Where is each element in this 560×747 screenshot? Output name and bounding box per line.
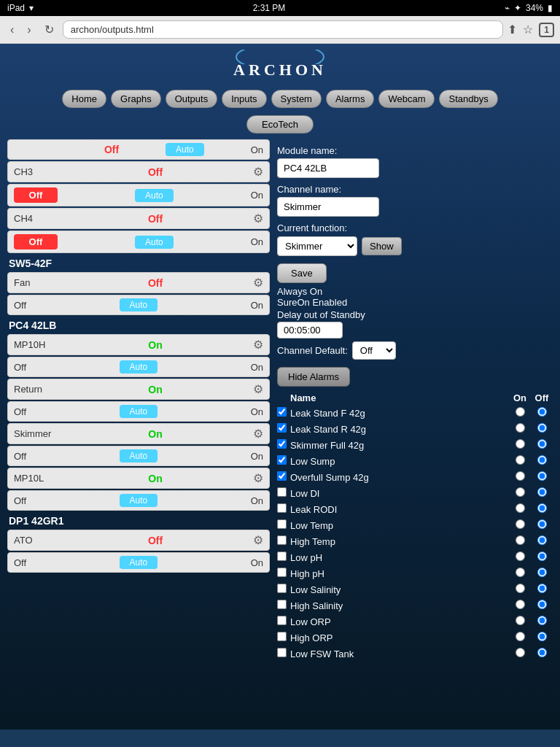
alarm-high-orp-off[interactable] [537, 632, 547, 641]
alarm-low-di-check[interactable] [277, 487, 287, 497]
alarm-low-temp-off[interactable] [537, 519, 547, 529]
alarm-high-temp-off[interactable] [537, 535, 547, 545]
ch4-row: CH4 Off ⚙ [7, 208, 270, 229]
share-icon[interactable]: ⬆ [508, 23, 517, 37]
back-button[interactable]: ‹ [6, 22, 18, 38]
nav-system[interactable]: System [271, 90, 322, 108]
nav-webcam[interactable]: Webcam [378, 90, 435, 108]
refresh-button[interactable]: ↻ [40, 21, 58, 38]
alarm-overfull-sump-on[interactable] [516, 471, 525, 481]
ch-top-1-on: On [251, 144, 263, 155]
alarm-leak-stand-r-on[interactable] [516, 423, 525, 433]
alarm-high-orp-on[interactable] [516, 632, 525, 641]
return-auto-btn[interactable]: Auto [120, 405, 158, 418]
nav-graphs[interactable]: Graphs [111, 90, 161, 108]
alarm-high-salinity-off[interactable] [537, 600, 547, 609]
ch3-on-label: On [251, 190, 263, 201]
return-row: Return On ⚙ [7, 379, 270, 400]
alarm-skimmer-full-off[interactable] [537, 439, 547, 449]
alarm-high-ph-off[interactable] [537, 568, 547, 577]
nav-outputs[interactable]: Outputs [166, 90, 218, 108]
alarm-overfull-sump-off[interactable] [537, 471, 547, 481]
ch3-auto-btn[interactable]: Auto [135, 189, 174, 202]
alarm-leak-stand-r-check[interactable] [277, 423, 287, 433]
ch3-gear[interactable]: ⚙ [253, 165, 263, 179]
skimmer-status: On [148, 428, 162, 440]
alarm-leak-stand-f-off[interactable] [537, 407, 547, 417]
hide-alarms-button[interactable]: Hide Alarms [277, 367, 350, 387]
nav-inputs[interactable]: Inputs [222, 90, 266, 108]
alarm-high-orp-check[interactable] [277, 632, 287, 641]
ch4-off-btn[interactable]: Off [14, 234, 58, 249]
ch4-ctrl: Off Auto On [7, 231, 270, 253]
alarm-skimmer-full-on[interactable] [516, 439, 525, 449]
alarm-leak-rodi-off[interactable] [537, 503, 547, 513]
mp10l-auto-btn[interactable]: Auto [120, 494, 158, 507]
alarm-overfull-sump: Overfull Sump 42g [277, 469, 553, 485]
alarm-low-sump-check[interactable] [277, 455, 287, 465]
mp10h-gear[interactable]: ⚙ [253, 338, 263, 352]
forward-button[interactable]: › [23, 22, 35, 38]
ato-auto-btn[interactable]: Auto [120, 556, 158, 569]
alarm-high-ph-check[interactable] [277, 568, 287, 577]
alarm-high-temp-check[interactable] [277, 535, 287, 545]
alarm-overfull-sump-check[interactable] [277, 471, 287, 481]
alarm-low-salinity-off[interactable] [537, 584, 547, 593]
skimmer-gear[interactable]: ⚙ [253, 427, 263, 441]
fan-auto-btn[interactable]: Auto [120, 298, 158, 311]
alarm-low-ph-check[interactable] [277, 551, 287, 561]
logo-svg: ARCHON [207, 50, 353, 79]
alarm-low-fsw-tank-on[interactable] [516, 648, 525, 657]
nav-alarms[interactable]: Alarms [326, 90, 374, 108]
alarm-leak-stand-r-off[interactable] [537, 423, 547, 433]
alarm-low-orp-on[interactable] [516, 616, 525, 625]
alarm-low-sump-on[interactable] [516, 455, 525, 465]
save-button[interactable]: Save [277, 263, 327, 283]
alarm-high-ph-on[interactable] [516, 568, 525, 577]
bookmark-icon[interactable]: ☆ [523, 23, 533, 37]
ch3-off-btn[interactable]: Off [14, 187, 58, 203]
alarm-low-temp-check[interactable] [277, 519, 287, 529]
alarm-leak-stand-f-on[interactable] [516, 407, 525, 417]
alarm-low-fsw-tank-off[interactable] [537, 648, 547, 657]
mp10h-auto-btn[interactable]: Auto [120, 360, 158, 374]
skimmer-auto-btn[interactable]: Auto [120, 449, 158, 462]
alarm-low-temp-on[interactable] [516, 519, 525, 529]
alarm-low-ph-off[interactable] [537, 551, 547, 561]
pc4-section-label: PC4 42LB [7, 317, 270, 334]
function-select[interactable]: Skimmer Return MP10H MP10L [277, 236, 357, 256]
alarm-low-orp-check[interactable] [277, 616, 287, 625]
alarm-low-di-on[interactable] [516, 487, 525, 497]
alarm-low-sump-off[interactable] [537, 455, 547, 465]
alarm-leak-rodi-on[interactable] [516, 503, 525, 513]
show-button[interactable]: Show [362, 237, 402, 255]
alarm-high-temp-on[interactable] [516, 535, 525, 545]
alarm-low-salinity-check[interactable] [277, 584, 287, 593]
return-gear[interactable]: ⚙ [253, 382, 263, 396]
module-name-input[interactable] [277, 158, 379, 178]
channel-name-input[interactable] [277, 197, 379, 217]
alarm-low-salinity-on[interactable] [516, 584, 525, 593]
alarm-low-orp-off[interactable] [537, 616, 547, 625]
delay-time-input[interactable] [277, 322, 343, 338]
mp10l-gear[interactable]: ⚙ [253, 471, 263, 485]
ch4-gear[interactable]: ⚙ [253, 212, 263, 225]
tab-count[interactable]: 1 [539, 23, 554, 37]
nav-home[interactable]: Home [62, 90, 106, 108]
alarm-low-fsw-tank-check[interactable] [277, 648, 287, 657]
alarm-low-di-off[interactable] [537, 487, 547, 497]
fan-gear[interactable]: ⚙ [253, 276, 263, 290]
alarm-low-ph-on[interactable] [516, 551, 525, 561]
ch4-auto-btn[interactable]: Auto [135, 236, 174, 249]
alarm-high-salinity-check[interactable] [277, 600, 287, 609]
alarm-skimmer-full-check[interactable] [277, 439, 287, 449]
url-bar[interactable] [63, 20, 504, 39]
ecotech-button[interactable]: EcoTech [246, 115, 314, 133]
time-display: 2:31 PM [253, 3, 286, 13]
alarm-leak-stand-f-check[interactable] [277, 407, 287, 417]
alarm-high-salinity-on[interactable] [516, 600, 525, 609]
nav-standbys[interactable]: Standbys [439, 90, 497, 108]
channel-default-select[interactable]: Off On [352, 341, 396, 360]
alarm-leak-rodi-check[interactable] [277, 503, 287, 513]
ato-gear[interactable]: ⚙ [253, 533, 263, 547]
